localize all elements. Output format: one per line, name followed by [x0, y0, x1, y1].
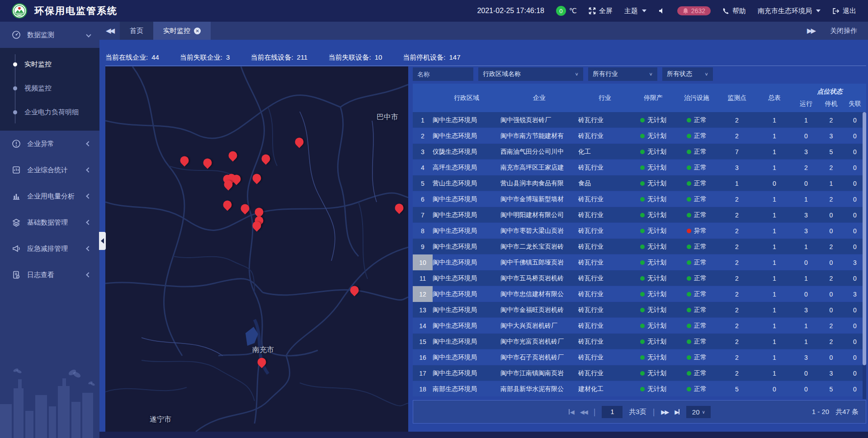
tabs-scroll-right-button[interactable]: ▶▶ [801, 27, 821, 35]
green-dot-icon [640, 292, 645, 297]
sidebar-subitem[interactable]: 视频监控 [0, 76, 99, 100]
pagination-bar: ◀ ◀◀ | 共3页 | ▶▶ ▶ 20 ∨ 1 - 20 共47 条 [413, 400, 866, 424]
sidebar-group-button[interactable]: 日志查看 [0, 262, 99, 288]
table-row[interactable]: 13 阆中生态环境局 阆中市金福旺页岩机砖 砖瓦行业 无计划 正常 2 1 3 … [413, 302, 866, 318]
cell-total-count: 1 [755, 270, 793, 286]
industry-filter-select[interactable]: 所有行业 ∨ [588, 67, 657, 81]
sidebar-group-button[interactable]: 企业异常 [0, 131, 99, 157]
sidebar-group-button[interactable]: 企业用电量分析 [0, 183, 99, 209]
table-row[interactable]: 10 阆中生态环境局 阆中千佛镇五郎垭页岩 砖瓦行业 无计划 正常 2 1 0 … [413, 254, 866, 270]
cell-run-count: 3 [793, 144, 819, 160]
tab[interactable]: 首页 [120, 22, 153, 40]
status-dot-icon [687, 276, 691, 281]
table-row[interactable]: 11 阆中生态环境局 阆中市五马桥页岩机砖 砖瓦行业 无计划 正常 2 1 1 … [413, 270, 866, 286]
sidebar-group-button[interactable]: 应急减排管理 [0, 235, 99, 262]
table-row[interactable]: 5 营山生态环境局 营山县润丰肉食品有限 食品 无计划 正常 1 0 0 1 0 [413, 175, 866, 191]
prev-page-button[interactable]: ◀◀ [580, 409, 587, 415]
table-row[interactable]: 3 仪陇生态环境局 西南油气田分公司川中 化工 无计划 正常 7 1 3 5 0 [413, 144, 866, 160]
close-operations-button[interactable]: 关闭操作 [830, 27, 857, 35]
table-row[interactable]: 2 阆中生态环境局 阆中市南方节能建材有 砖瓦行业 无计划 正常 2 1 0 3… [413, 128, 866, 144]
fullscreen-button[interactable]: 全屏 [589, 7, 613, 15]
pager-divider: | [594, 407, 596, 417]
table-scrollbar[interactable] [863, 112, 866, 399]
facility-status-text: 正常 [694, 338, 707, 346]
stop-status-text: 无计划 [647, 148, 666, 156]
scrollbar-thumb[interactable] [863, 112, 866, 365]
map[interactable]: 巴中市南充市遂宁市 [105, 66, 408, 432]
logout-button[interactable]: 退出 [832, 7, 856, 15]
chevron-down-icon [86, 32, 91, 37]
first-page-button[interactable]: ◀ [568, 409, 574, 415]
tab-close-icon[interactable]: ✕ [194, 28, 201, 34]
cell-facility-status: 正常 [675, 302, 718, 318]
table-row[interactable]: 17 阆中生态环境局 阆中市江南镇阆南页岩 砖瓦行业 无计划 正常 2 1 0 … [413, 365, 866, 381]
region-filter-select[interactable]: 行政区域名称 ∨ [478, 67, 583, 81]
cell-region: 阆中生态环境局 [433, 207, 500, 223]
theme-dropdown[interactable]: 主题 [624, 7, 646, 15]
table-row[interactable]: 18 南部生态环境局 南部县新华水泥有限公 建材化工 无计划 正常 5 0 0 … [413, 381, 866, 397]
sidebar-group-button[interactable]: 基础数据管理 [0, 209, 99, 235]
tabs: 首页 实时监控 ✕ [120, 22, 211, 40]
cell-monitor-count: 5 [718, 381, 755, 397]
last-page-button[interactable]: ▶ [675, 409, 680, 415]
cell-total-count: 1 [755, 318, 793, 334]
facility-status-text: 正常 [694, 195, 707, 203]
cell-total-count: 1 [755, 286, 793, 302]
org-label: 南充市生态环境局 [758, 7, 812, 15]
table-row[interactable]: 14 阆中生态环境局 阆中大兴页岩机砖厂 砖瓦行业 无计划 正常 2 1 1 2… [413, 318, 866, 334]
cell-halt-count: 3 [819, 128, 844, 144]
sidebar-collapse-button[interactable] [99, 232, 106, 250]
cell-stop-status: 无计划 [632, 286, 675, 302]
cell-facility-status: 正常 [675, 349, 718, 365]
cell-monitor-count: 2 [718, 112, 755, 128]
status-filter-select[interactable]: 所有状态 ∨ [662, 67, 713, 81]
table-row[interactable]: 16 阆中生态环境局 阆中市石子页岩机砖厂 砖瓦行业 无计划 正常 2 1 3 … [413, 349, 866, 365]
name-filter-input[interactable] [413, 67, 473, 81]
cell-total-count: 1 [755, 160, 793, 175]
status-dot-icon [687, 292, 691, 297]
status-dot-icon [687, 324, 691, 328]
chevron-left-icon [86, 246, 91, 251]
facility-status-text: 正常 [694, 259, 707, 267]
tab-bar: ◀◀ 首页 实时监控 ✕ ▶▶ 关闭操作 [99, 22, 868, 40]
cell-total-count: 0 [755, 381, 793, 397]
tab[interactable]: 实时监控 ✕ [153, 22, 211, 40]
cell-industry: 建材化工 [578, 381, 632, 397]
help-button[interactable]: 帮助 [722, 7, 746, 15]
cell-facility-status: 正常 [675, 365, 718, 381]
table-row[interactable]: 4 高坪生态环境局 南充市高坪区王家店建 砖瓦行业 无计划 正常 3 1 2 2… [413, 160, 866, 175]
cell-industry: 砖瓦行业 [578, 160, 632, 175]
table-row[interactable]: 1 阆中生态环境局 阆中强锐页岩砖厂 砖瓦行业 无计划 正常 2 1 1 2 0 [413, 112, 866, 128]
table-row[interactable]: 8 阆中生态环境局 阆中市枣碧大梁山页岩 砖瓦行业 无计划 异常 2 1 3 0… [413, 223, 866, 239]
table-row[interactable]: 12 阆中生态环境局 阆中市忠信建材有限公 砖瓦行业 无计划 正常 2 1 0 … [413, 286, 866, 302]
notification-badge[interactable]: 2632 [677, 6, 711, 15]
table-row[interactable]: 6 阆中生态环境局 阆中市金博瑞新型墙材 砖瓦行业 无计划 正常 2 1 1 2… [413, 191, 866, 207]
speaker-mute-icon[interactable] [658, 7, 665, 14]
sidebar-subitem[interactable]: 企业电力负荷明细 [0, 100, 99, 124]
page-number-input[interactable] [602, 406, 623, 418]
cell-industry: 砖瓦行业 [578, 286, 632, 302]
col-lost: 失联 [844, 100, 866, 108]
cell-region: 仪陇生态环境局 [433, 144, 500, 160]
region-filter-value: 行政区域名称 [483, 70, 521, 78]
table-row[interactable]: 7 阆中生态环境局 阆中明阳建材有限公司 砖瓦行业 无计划 正常 2 1 3 0… [413, 207, 866, 223]
sidebar-subitem[interactable]: 实时监控 [0, 52, 99, 76]
status-dot-icon [687, 371, 691, 376]
cell-facility-status: 正常 [675, 207, 718, 223]
next-page-button[interactable]: ▶▶ [661, 409, 668, 415]
cell-monitor-count: 2 [718, 191, 755, 207]
sidebar-group-button[interactable]: 企业综合统计 [0, 157, 99, 183]
megaphone-icon [12, 244, 21, 253]
table-row[interactable]: 15 阆中生态环境局 阆中市光富页岩机砖厂 砖瓦行业 无计划 正常 2 1 1 … [413, 334, 866, 349]
green-dot-icon [640, 134, 645, 138]
cell-company: 南充市高坪区王家店建 [500, 160, 578, 175]
cell-stop-status: 无计划 [632, 207, 675, 223]
tabs-scroll-left-button[interactable]: ◀◀ [99, 27, 120, 35]
org-dropdown[interactable]: 南充市生态环境局 [758, 7, 821, 15]
sidebar-group-button[interactable]: 数据监测 [0, 22, 99, 48]
cell-index: 11 [413, 270, 433, 286]
status-dot-icon [687, 355, 691, 360]
total-pages-label: 共3页 [629, 408, 646, 416]
page-size-select[interactable]: 20 ∨ [686, 406, 711, 418]
table-row[interactable]: 9 阆中生态环境局 阆中市二龙长宝页岩砖 砖瓦行业 无计划 正常 2 1 1 2… [413, 239, 866, 254]
